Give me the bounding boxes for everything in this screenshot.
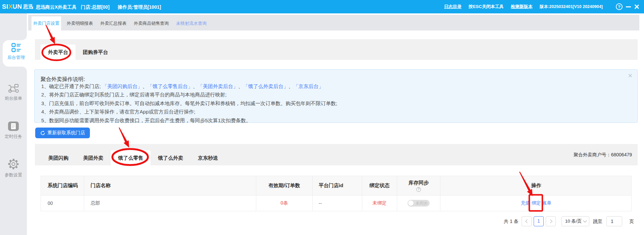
table-row: 00 总部 0条 -- 未绑定 未同步 充值 绑定 账单	[41, 195, 631, 211]
sidebar-item-label: 定时任务	[0, 134, 27, 140]
platform-type-tab-bar: 外卖平台 团购券平台	[35, 39, 638, 60]
store-label: 门店:总部[00]	[81, 4, 110, 10]
cell-validity-orders: 0条	[256, 195, 313, 211]
log-directory-link[interactable]: 日志目录	[444, 4, 462, 10]
cell-stock-sync: 未同步	[397, 195, 440, 211]
refresh-icon	[40, 131, 45, 136]
chevron-down-icon	[583, 219, 587, 222]
sixun-logo: SIXUN	[2, 3, 22, 10]
minimize-icon[interactable]	[626, 6, 631, 7]
sidebar-item-label: 后台管理	[3, 55, 30, 61]
stock-sync-toggle[interactable]: 未同步	[408, 200, 430, 207]
col-actions: 操作	[440, 176, 632, 195]
pagination: 共 1 条 1 10 条/页 跳至 页	[0, 216, 644, 226]
col-validity-orders: 有效期/订单数	[256, 176, 313, 195]
notice-line-1: 1、确定已开通了外卖门店; 「美团闪购后台」、「饿了么零售后台」、「美团外卖后台…	[41, 82, 337, 90]
link-eleme-waimai[interactable]: 「饿了么外卖后台」	[243, 83, 288, 89]
col-platform-store-id: 平台门店id	[313, 176, 362, 195]
page-size-select[interactable]: 10 条/页	[561, 216, 589, 226]
tab-waimai-summary-report[interactable]: 外卖汇总报表	[99, 16, 128, 30]
notice-line-4: 4、外卖商品调价、上下架等操作，请在官方App或官方后台进行操作;	[41, 107, 337, 116]
gear-icon	[7, 158, 19, 170]
prev-page-button[interactable]	[522, 216, 532, 226]
chevron-right-icon	[548, 219, 552, 223]
current-page-button[interactable]: 1	[534, 216, 544, 226]
toggle-label: 未同步	[416, 200, 428, 207]
backend-management-icon	[11, 43, 21, 53]
notice-box: 聚合外卖操作说明: 1、确定已开通了外卖门店; 「美团闪购后台」、「饿了么零售后…	[34, 69, 638, 123]
col-bind-status: 绑定状态	[362, 176, 397, 195]
tab-waimai-detail-report[interactable]: 外卖明细报表	[65, 16, 95, 30]
tab-waimai-platform[interactable]: 外卖平台	[41, 45, 75, 60]
tab-eleme-retail[interactable]: 饿了么零售	[111, 150, 151, 165]
sidebar: 后台管理 前台接单 定时任务	[0, 13, 27, 235]
tab-jingdong-miaosong[interactable]: 京东秒送	[191, 150, 225, 165]
sidebar-item-scheduled-tasks[interactable]: 定时任务	[0, 121, 27, 140]
scheduled-task-icon	[7, 121, 19, 132]
recharge-link[interactable]: 充值	[521, 200, 530, 206]
help-icon[interactable]: ?	[616, 3, 623, 10]
notice-line-3: 3、门店充值后，前台即可收到外卖订单。可自动扣减本地库存。每笔外卖订单和券核销，…	[41, 99, 337, 107]
cell-store-code: 00	[41, 195, 84, 211]
sidebar-item-label: 参数设置	[0, 172, 27, 178]
tab-waimai-store-settings[interactable]: 外卖门店设置	[32, 16, 61, 30]
sidebar-item-label: 前台接单	[0, 95, 27, 101]
merchant-number: 聚合外卖商户号：68006479	[574, 144, 632, 165]
refresh-stores-button[interactable]: 重新获取系统门店	[35, 128, 90, 138]
title-bar: SIXUN 思迅 思迅商云X外卖工具 门店:总部[00] 操作员:管理员[100…	[0, 0, 644, 13]
page-unit-label: 页	[629, 216, 634, 226]
cell-bind-status: 未绑定	[362, 195, 397, 211]
col-store-name: 门店名称	[84, 176, 256, 195]
notice-line-5: 5、数据同步功能需要调用外卖平台收费接口，开启后会产生费用，每同步5次算1次扣费…	[41, 116, 337, 125]
link-eleme-retail[interactable]: 「饿了么零售后台」	[148, 83, 193, 89]
tab-meituan-shangou[interactable]: 美团闪购	[41, 150, 76, 165]
sidebar-active-fillet-top	[22, 35, 27, 40]
col-stock-sync: 库存同步?	[397, 176, 440, 195]
link-meituan-shangou[interactable]: 「美团闪购后台」	[102, 83, 143, 89]
notice-lines: 1、确定已开通了外卖门店; 「美团闪购后台」、「饿了么零售后台」、「美团外卖后台…	[41, 82, 337, 125]
cell-store-name: 总部	[84, 195, 256, 211]
stock-sync-help-icon[interactable]: ?	[416, 187, 421, 192]
bill-link[interactable]: 账单	[542, 200, 552, 206]
esc-close-hint: 按ESC关闭本工具	[469, 4, 504, 10]
refresh-button-label: 重新获取系统门店	[48, 130, 85, 136]
cell-actions: 充值 绑定 账单	[440, 195, 632, 211]
sixun-logo-cjk: 思迅	[23, 4, 33, 10]
store-table: 系统门店编码 门店名称 有效期/订单数 平台门店id 绑定状态 库存同步? 操作…	[41, 176, 632, 211]
tab-waimai-goods-sales-query[interactable]: 外卖商品销售查询	[132, 16, 170, 30]
table-header-row: 系统门店编码 门店名称 有效期/订单数 平台门店id 绑定状态 库存同步? 操作	[41, 176, 631, 195]
link-jingdong[interactable]: 「京东后台」	[293, 83, 324, 89]
version-label: 版本:2025032401[V10 20240904]	[540, 4, 603, 10]
tab-groupon-platform[interactable]: 团购券平台	[75, 45, 115, 60]
check-new-version-link[interactable]: 检测新版本	[511, 4, 533, 10]
cell-platform-store-id: --	[313, 195, 362, 211]
tab-meituan-waimai[interactable]: 美团外卖	[76, 150, 111, 165]
notice-close-icon[interactable]: ✕	[628, 72, 633, 79]
link-meituan-waimai[interactable]: 「美团外卖后台」	[198, 83, 238, 89]
toggle-knob	[408, 201, 414, 206]
close-icon[interactable]	[634, 4, 640, 10]
bind-link[interactable]: 绑定	[532, 200, 541, 206]
delivery-scooter-icon	[7, 83, 20, 93]
app-title: 思迅商云X外卖工具	[36, 4, 76, 10]
col-store-code: 系统门店编码	[41, 176, 84, 195]
total-count: 共 1 条	[504, 216, 519, 226]
sidebar-item-backend-management[interactable]: 后台管理	[3, 40, 30, 67]
operator-label: 操作员:管理员[1001]	[118, 4, 161, 10]
sidebar-active-fillet-bottom	[22, 67, 27, 71]
tab-eleme-waimai[interactable]: 饿了么外卖	[151, 150, 191, 165]
jump-page-input[interactable]	[606, 216, 622, 226]
delivery-platform-tab-bar: 美团闪购 美团外卖 饿了么零售 饿了么外卖 京东秒送 聚合外卖商户号：68006…	[35, 144, 638, 165]
next-page-button[interactable]	[546, 216, 556, 226]
tab-unmapped-flow-query[interactable]: 未映射流水查询	[174, 16, 208, 30]
jump-label: 跳至	[593, 216, 602, 226]
titlebar-right-links: 日志目录 按ESC关闭本工具 检测新版本 版本:2025032401[V10 2…	[444, 0, 603, 13]
notice-line-2: 2、将外卖门店正确绑定到系统门店上，绑定后请将平台的商品与本地商品进行映射;	[41, 90, 337, 99]
sidebar-item-front-orders[interactable]: 前台接单	[0, 83, 27, 101]
chevron-left-icon	[525, 219, 529, 223]
main-tab-bar: 外卖门店设置 外卖明细报表 外卖汇总报表 外卖商品销售查询 未映射流水查询	[28, 15, 639, 30]
annotation-arrow-2	[119, 128, 127, 143]
sidebar-item-parameter-settings[interactable]: 参数设置	[0, 158, 27, 178]
